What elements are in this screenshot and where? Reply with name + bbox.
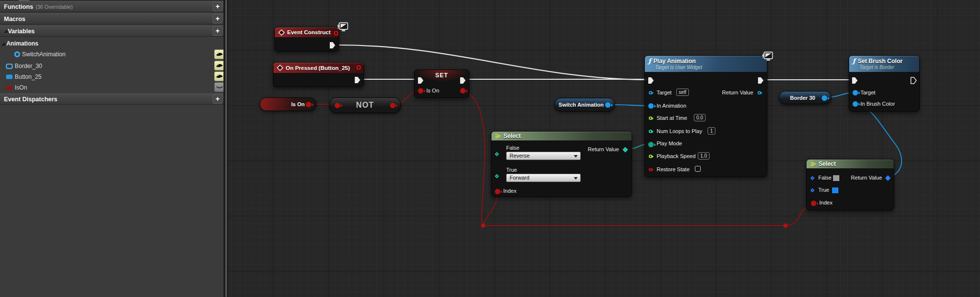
false-pin-label: False <box>818 175 832 181</box>
add-variable-button[interactable]: + <box>213 26 222 36</box>
false-value-dropdown[interactable]: Reverse <box>506 152 581 160</box>
bool-input-pin[interactable] <box>335 103 340 108</box>
function-icon: ƒ <box>853 58 856 64</box>
in-animation-pin[interactable] <box>648 103 654 109</box>
num-loops-pin[interactable] <box>649 130 652 133</box>
expander-icon[interactable]: ◢ <box>4 29 7 33</box>
in-brush-color-label: In Brush Color <box>860 101 895 107</box>
scrollbar-thumb[interactable] <box>225 0 227 297</box>
in-brush-color-pin[interactable] <box>853 101 858 107</box>
play-mode-pin[interactable] <box>648 142 654 147</box>
restore-state-pin[interactable] <box>649 168 652 171</box>
node-set-brush-color[interactable]: ƒ Set Brush Color Target is Border Targe… <box>849 55 920 112</box>
border-output-pin[interactable] <box>822 95 827 101</box>
bool-output-pin[interactable] <box>390 103 395 108</box>
function-icon: ƒ <box>648 58 651 64</box>
node-select-play-mode[interactable]: Ǝ‣ Select False Reverse True Forward Ind… <box>491 131 632 197</box>
true-wildcard-pin[interactable] <box>495 174 499 178</box>
node-play-animation[interactable]: ƒ Play Animation Target is User Widget T… <box>644 55 767 177</box>
variable-name: Border_30 <box>15 63 42 69</box>
add-event-dispatcher-button[interactable]: + <box>213 94 222 104</box>
exec-out-pin[interactable] <box>460 77 466 84</box>
node-header[interactable]: ƒ Play Animation Target is User Widget <box>645 56 767 72</box>
node-header[interactable]: On Pressed (Button_25) <box>273 63 364 73</box>
index-pin-label: Index <box>819 200 833 206</box>
num-loops-value[interactable]: 1 <box>708 127 715 135</box>
event-dispatchers-label: Event Dispatchers <box>4 96 57 103</box>
target-pin[interactable] <box>853 90 858 95</box>
not-label: NOT <box>356 101 374 110</box>
false-color-pin[interactable] <box>810 176 814 180</box>
node-subtitle: Target is User Widget <box>655 65 702 70</box>
animation-output-pin[interactable] <box>605 102 611 108</box>
node-title: Event Construct <box>287 29 331 35</box>
playback-speed-pin[interactable] <box>649 155 652 158</box>
node-header[interactable]: Ǝ‣ Select <box>807 160 894 168</box>
node-on-pressed[interactable]: On Pressed (Button_25) <box>273 62 364 87</box>
return-value-pin[interactable] <box>758 91 761 94</box>
start-at-time-label: Start at Time <box>657 115 687 121</box>
node-header[interactable]: ƒ Set Brush Color Target is Border <box>849 56 919 72</box>
true-color-swatch[interactable] <box>832 187 839 194</box>
node-get-switch-animation[interactable]: Switch Animation <box>554 98 615 112</box>
node-header[interactable]: Ǝ‣ Select <box>491 132 632 140</box>
node-select-color[interactable]: Ǝ‣ Select False Return Value True Index <box>806 159 894 210</box>
getter-label: Switch Animation <box>559 102 604 108</box>
variable-row-ison[interactable]: IsOn <box>0 82 223 93</box>
macros-label: Macros <box>4 16 25 23</box>
node-event-construct[interactable]: Event Construct <box>274 27 339 51</box>
bool-output-pin[interactable] <box>306 102 311 107</box>
section-functions[interactable]: Functions (36 Overridable) <box>0 1 223 12</box>
node-header[interactable]: Event Construct <box>275 27 339 37</box>
target-pin[interactable] <box>649 91 652 94</box>
variable-row-button-25[interactable]: Button_25 <box>0 71 223 82</box>
expander-icon[interactable]: ◢ <box>1 42 5 46</box>
functions-note: (36 Overridable) <box>36 4 73 10</box>
section-event-dispatchers[interactable]: Event Dispatchers <box>0 93 223 105</box>
section-macros[interactable]: Macros <box>0 13 223 24</box>
true-color-pin[interactable] <box>810 188 814 192</box>
false-color-swatch[interactable] <box>833 175 840 182</box>
restore-state-label: Restore State <box>657 166 689 173</box>
return-value-pin[interactable] <box>622 147 628 152</box>
variable-row-border-30[interactable]: Border_30 <box>0 61 223 71</box>
exec-out-pin[interactable] <box>758 77 764 84</box>
node-title: Select <box>503 133 520 139</box>
is-on-input-pin[interactable] <box>418 88 423 93</box>
is-on-output-pin[interactable] <box>460 88 466 93</box>
getter-label: Border 30 <box>790 95 815 101</box>
target-value-box[interactable]: self <box>676 89 689 96</box>
variable-row-switchanimation[interactable]: SwitchAnimation <box>0 49 223 60</box>
animations-category-label: Animations <box>6 40 38 47</box>
panel-splitter[interactable] <box>223 0 228 297</box>
return-value-pin[interactable] <box>885 175 890 181</box>
event-icon <box>278 29 285 36</box>
true-value-dropdown[interactable]: Forward <box>506 174 581 182</box>
num-loops-label: Num Loops to Play <box>657 128 702 135</box>
node-set-is-on[interactable]: SET Is On <box>414 69 469 98</box>
index-pin[interactable] <box>811 201 816 206</box>
exec-out-pin[interactable] <box>354 76 361 84</box>
exec-in-pin[interactable] <box>648 77 654 84</box>
node-get-is-on[interactable]: Is On <box>260 97 317 111</box>
select-icon: Ǝ‣ <box>495 133 501 139</box>
category-animations[interactable]: ◢ Animations <box>0 39 223 48</box>
add-macro-button[interactable]: + <box>213 14 222 23</box>
eye-open-icon <box>216 52 223 57</box>
node-not[interactable]: NOT <box>329 97 401 113</box>
node-subtitle: Target is Border <box>859 65 894 70</box>
functions-label: Functions <box>4 3 33 10</box>
false-wildcard-pin[interactable] <box>495 152 499 156</box>
index-pin[interactable] <box>495 189 500 194</box>
exec-out-pin[interactable] <box>329 42 336 49</box>
node-get-border-30[interactable]: Border 30 <box>779 91 832 104</box>
restore-state-checkbox[interactable] <box>695 166 701 172</box>
exec-out-pin[interactable] <box>910 77 917 84</box>
add-function-button[interactable]: + <box>213 2 222 11</box>
start-at-time-value[interactable]: 0.0 <box>694 114 706 121</box>
playback-speed-value[interactable]: 1.0 <box>698 152 710 160</box>
exec-in-pin[interactable] <box>417 77 424 84</box>
exec-in-pin[interactable] <box>852 77 858 84</box>
section-variables[interactable]: ◢ Variables <box>0 25 223 37</box>
start-at-time-pin[interactable] <box>649 116 652 120</box>
